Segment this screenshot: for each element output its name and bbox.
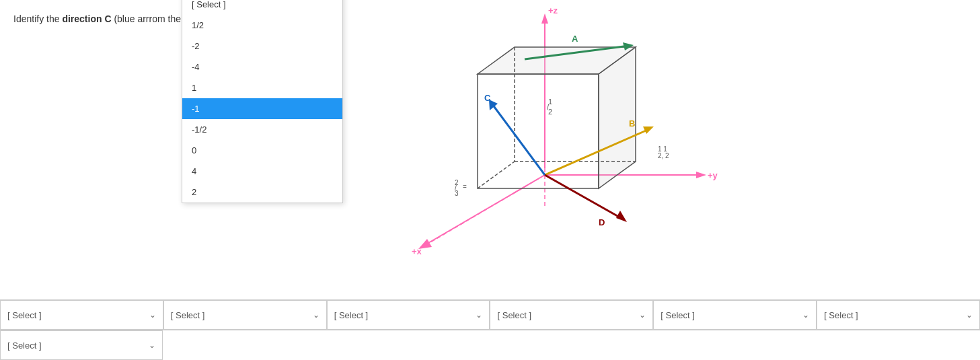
chevron-down-icon-5: ⌄: [802, 310, 809, 320]
dropdown-option-half[interactable]: 1/2: [182, 15, 342, 36]
svg-text:+z: +z: [548, 5, 558, 15]
question-mid: (blue arr: [112, 13, 149, 24]
chevron-down-icon-1: ⌄: [149, 310, 156, 320]
dropdown-panel: [ Select ] 1/2 -2 -4 1 -1 -1/2 0 4 2: [182, 0, 343, 203]
selects-row-1: [ Select ] ⌄ [ Select ] ⌄ [ Select ] ⌄ […: [0, 299, 980, 330]
svg-text:2: 2: [548, 108, 552, 116]
selects-container: [ Select ] ⌄ [ Select ] ⌄ [ Select ] ⌄ […: [0, 299, 980, 360]
svg-text:3: 3: [455, 190, 459, 197]
selects-row-2: [ Select ] ⌄: [0, 330, 980, 360]
select-1-label: [ Select ]: [7, 310, 42, 320]
select-2[interactable]: [ Select ] ⌄: [163, 300, 327, 330]
svg-line-27: [545, 175, 622, 219]
chevron-down-icon-4: ⌄: [639, 310, 646, 320]
dropdown-option-4[interactable]: 4: [182, 161, 342, 182]
select-5[interactable]: [ Select ] ⌄: [653, 300, 817, 330]
dropdown-option-neg4[interactable]: -4: [182, 57, 342, 77]
diagram-area: +z +y +x A: [390, 0, 726, 262]
svg-text:C: C: [484, 93, 491, 103]
svg-text:+x: +x: [412, 246, 422, 256]
svg-rect-12: [478, 74, 599, 188]
svg-text:+y: +y: [708, 170, 718, 180]
svg-marker-28: [616, 211, 627, 222]
select-7-label: [ Select ]: [7, 340, 42, 351]
select-6[interactable]: [ Select ] ⌄: [817, 300, 980, 330]
select-1[interactable]: [ Select ] ⌄: [0, 300, 163, 330]
chevron-down-icon-7: ⌄: [149, 340, 155, 350]
question-prefix: Identify the: [13, 13, 62, 24]
select-3[interactable]: [ Select ] ⌄: [327, 300, 490, 330]
select-4[interactable]: [ Select ] ⌄: [490, 300, 653, 330]
chevron-down-icon-6: ⌄: [966, 310, 973, 320]
svg-text:D: D: [599, 217, 605, 227]
svg-marker-4: [541, 13, 548, 24]
chevron-down-icon-3: ⌄: [476, 310, 482, 320]
page-container: Identify the direction C (blue arrrom th…: [0, 0, 980, 360]
dropdown-option-2[interactable]: 2: [182, 182, 342, 203]
diagram-svg: +z +y +x A: [390, 0, 726, 262]
select-6-label: [ Select ]: [824, 310, 858, 320]
dropdown-option-1[interactable]: 1: [182, 77, 342, 98]
svg-text:2, 2: 2, 2: [658, 152, 669, 159]
direction-c-bold: direction C: [62, 13, 111, 24]
chevron-down-icon-2: ⌄: [313, 310, 319, 320]
select-4-label: [ Select ]: [497, 310, 531, 320]
dropdown-option-neghalf[interactable]: -1/2: [182, 119, 342, 140]
svg-line-9: [424, 175, 545, 246]
svg-marker-7: [696, 172, 706, 178]
svg-text:B: B: [629, 118, 635, 129]
svg-text:=: =: [463, 183, 467, 190]
select-3-label: [ Select ]: [334, 310, 369, 320]
select-5-label: [ Select ]: [661, 310, 695, 320]
dropdown-option-neg1[interactable]: -1: [182, 98, 342, 119]
select-2-label: [ Select ]: [171, 310, 205, 320]
dropdown-option-0[interactable]: 0: [182, 140, 342, 161]
svg-text:A: A: [572, 34, 578, 44]
svg-line-17: [478, 161, 515, 188]
select-7[interactable]: [ Select ] ⌄: [0, 330, 163, 360]
dropdown-option-neg2[interactable]: -2: [182, 36, 342, 57]
svg-line-24: [492, 104, 545, 175]
dropdown-option-select[interactable]: [ Select ]: [182, 0, 342, 15]
